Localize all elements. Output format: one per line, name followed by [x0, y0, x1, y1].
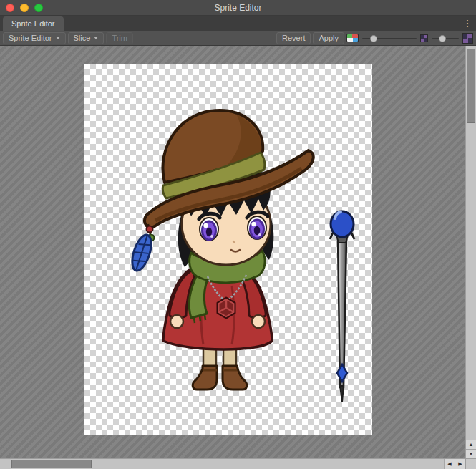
vertical-scrollbar-thumb[interactable]: [467, 49, 475, 123]
chevron-down-icon: [94, 37, 98, 39]
tab-bar: Sprite Editor ⋮: [0, 16, 476, 31]
zoom-slider-knob[interactable]: [370, 35, 377, 42]
mip-level-large-icon: [462, 33, 473, 44]
scrollbar-corner: [465, 458, 476, 469]
witch-character-sprite[interactable]: [129, 110, 314, 390]
texture-transparency-checker: [84, 64, 372, 435]
toolbar: Sprite Editor Slice Trim Revert Apply: [0, 31, 476, 46]
chevron-down-icon: [56, 37, 60, 39]
trim-button-label: Trim: [112, 34, 127, 42]
mode-dropdown-label: Sprite Editor: [9, 34, 52, 42]
left-hand: [170, 315, 183, 328]
scroll-up-button[interactable]: ▲: [466, 440, 476, 449]
kebab-menu-icon[interactable]: ⋮: [462, 18, 472, 29]
tab-sprite-editor[interactable]: Sprite Editor: [3, 16, 64, 31]
mip-level-small-icon: [420, 34, 428, 42]
vertical-scroll-buttons: ▲ ▼: [466, 440, 476, 458]
trim-button[interactable]: Trim: [106, 32, 133, 44]
traffic-lights: [6, 0, 43, 16]
apply-button-label: Apply: [319, 34, 339, 42]
staff-sprite[interactable]: [330, 211, 354, 402]
sprite-editor-window: Sprite Editor Sprite Editor ⋮ Sprite Edi…: [0, 0, 476, 469]
sprite-texture[interactable]: [84, 64, 372, 435]
vertical-scrollbar[interactable]: ▲ ▼: [465, 46, 476, 458]
staff-gem: [337, 364, 347, 382]
apply-button[interactable]: Apply: [313, 32, 344, 44]
minimize-button[interactable]: [20, 4, 29, 12]
sprite-editor-mode-dropdown[interactable]: Sprite Editor: [3, 32, 66, 44]
staff-orb: [331, 211, 354, 237]
mip-slider[interactable]: [430, 32, 460, 44]
slice-dropdown-label: Slice: [74, 34, 91, 42]
feather-charm: [129, 224, 155, 273]
right-hand: [252, 315, 265, 328]
scroll-down-button[interactable]: ▼: [466, 449, 476, 458]
mip-slider-knob[interactable]: [439, 35, 446, 42]
red-bead: [147, 226, 153, 233]
horizontal-scrollbar-thumb[interactable]: [11, 460, 92, 468]
zoom-slider[interactable]: [361, 32, 418, 44]
revert-button[interactable]: Revert: [276, 32, 311, 44]
close-button[interactable]: [6, 4, 14, 12]
maximize-button[interactable]: [34, 4, 43, 12]
scroll-left-button[interactable]: ◀: [444, 459, 455, 469]
rgb-color-mode-icon[interactable]: [346, 34, 359, 42]
horizontal-scroll-buttons: ◀ ▶: [444, 459, 465, 469]
revert-button-label: Revert: [282, 34, 305, 42]
horizontal-scrollbar[interactable]: ◀ ▶: [0, 458, 465, 469]
window-title: Sprite Editor: [214, 3, 261, 13]
titlebar[interactable]: Sprite Editor: [0, 0, 476, 16]
scroll-right-button[interactable]: ▶: [455, 459, 465, 469]
sprite-editor-canvas[interactable]: [0, 46, 465, 458]
slice-dropdown[interactable]: Slice: [68, 32, 105, 44]
